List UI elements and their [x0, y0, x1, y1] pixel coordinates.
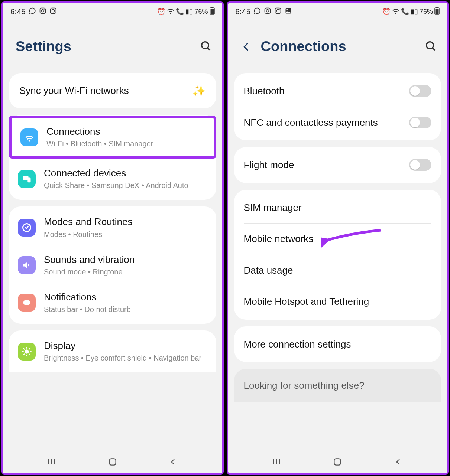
row-notifications[interactable]: Notifications Status bar • Do not distur…	[9, 284, 216, 322]
svg-line-23	[29, 348, 30, 349]
settings-group-2: Modes and Routines Modes • Routines Soun…	[9, 206, 216, 324]
nav-back[interactable]	[394, 457, 403, 466]
svg-rect-44	[334, 459, 341, 465]
row-data-usage[interactable]: Data usage	[234, 255, 441, 286]
nav-back[interactable]	[169, 457, 178, 466]
settings-content: Sync your Wi-Fi networks ✨ Connections W…	[3, 73, 222, 451]
row-sub: Brightness • Eye comfort shield • Naviga…	[44, 353, 207, 363]
svg-point-32	[277, 9, 279, 12]
sync-wifi-promo[interactable]: Sync your Wi-Fi networks ✨	[9, 73, 216, 108]
whatsapp-icon	[29, 7, 36, 16]
svg-rect-8	[211, 7, 213, 8]
header: Settings	[3, 20, 222, 73]
wifi-icon	[167, 7, 174, 16]
page-title: Settings	[16, 39, 71, 55]
bluetooth-toggle[interactable]	[409, 85, 431, 97]
signal-icon: ▮▯	[185, 7, 193, 16]
row-connections[interactable]: Connections Wi-Fi • Bluetooth • SIM mana…	[12, 118, 214, 156]
alarm-icon: ⏰	[382, 7, 391, 16]
conn-group-2: Flight mode	[234, 147, 441, 183]
row-sub: Modes • Routines	[44, 229, 207, 239]
settings-group-1: Connections Wi-Fi • Bluetooth • SIM mana…	[9, 115, 216, 200]
row-nfc[interactable]: NFC and contactless payments	[234, 107, 441, 138]
svg-point-2	[44, 9, 45, 9]
svg-rect-38	[436, 7, 438, 8]
row-title: Notifications	[44, 291, 207, 303]
volte-icon: 📞	[401, 7, 409, 16]
alarm-icon: ⏰	[157, 7, 165, 16]
nav-recent[interactable]	[272, 457, 281, 466]
display-icon	[18, 343, 36, 361]
instagram-icon	[264, 7, 271, 16]
row-sub: Wi-Fi • Bluetooth • SIM manager	[46, 139, 205, 149]
header: Connections	[228, 20, 447, 73]
instagram-icon-2	[274, 7, 282, 16]
battery-pct: 76%	[194, 8, 208, 16]
svg-point-5	[55, 9, 55, 9]
svg-point-9	[201, 42, 208, 49]
svg-point-29	[266, 9, 269, 12]
looking-for-card[interactable]: Looking for something else?	[234, 369, 441, 402]
row-title: Bluetooth	[244, 85, 285, 97]
nav-recent[interactable]	[47, 457, 56, 466]
svg-rect-27	[109, 459, 116, 465]
row-sub: Sound mode • Ringtone	[44, 267, 207, 277]
sound-icon	[18, 256, 36, 274]
flight-mode-toggle[interactable]	[409, 159, 431, 171]
page-title: Connections	[261, 39, 346, 55]
sparkle-icon: ✨	[192, 84, 206, 97]
devices-icon	[18, 170, 36, 188]
settings-screen: 6:45 ⏰ 📞 ▮▯ 76% Settings	[1, 1, 224, 475]
signal-icon: ▮▯	[411, 7, 418, 16]
svg-line-22	[24, 354, 25, 355]
svg-point-15	[25, 349, 29, 354]
routines-icon	[18, 219, 36, 237]
status-bar: 6:45 ⏰ 📞 ▮▯ 76%	[3, 3, 222, 20]
row-title: More connection settings	[244, 338, 351, 351]
row-title: Mobile networks	[244, 233, 314, 245]
row-title: Modes and Routines	[44, 216, 207, 228]
row-display[interactable]: Display Brightness • Eye comfort shield …	[9, 333, 216, 370]
svg-line-40	[433, 48, 435, 50]
search-button[interactable]	[425, 40, 437, 53]
row-more-settings[interactable]: More connection settings	[234, 329, 441, 360]
row-mobile-networks[interactable]: Mobile networks	[234, 223, 441, 255]
row-title: Connections	[46, 126, 205, 137]
wifi-icon-tile	[20, 128, 38, 146]
nav-bar	[228, 451, 447, 473]
row-sub: Status bar • Do not disturb	[44, 304, 207, 314]
connections-highlight: Connections Wi-Fi • Bluetooth • SIM mana…	[9, 116, 216, 159]
row-title: Flight mode	[244, 159, 294, 171]
back-button[interactable]	[241, 42, 252, 52]
image-icon	[285, 7, 292, 16]
row-bluetooth[interactable]: Bluetooth	[234, 75, 441, 107]
svg-rect-12	[27, 177, 30, 182]
svg-rect-7	[210, 9, 214, 14]
battery-icon	[210, 7, 215, 17]
nav-home[interactable]	[333, 457, 342, 467]
nfc-toggle[interactable]	[409, 117, 431, 128]
row-sounds[interactable]: Sounds and vibration Sound mode • Ringto…	[9, 247, 216, 284]
svg-point-1	[42, 9, 44, 12]
row-flight-mode[interactable]: Flight mode	[234, 149, 441, 181]
row-connected-devices[interactable]: Connected devices Quick Share • Samsung …	[9, 160, 216, 198]
settings-group-3: Display Brightness • Eye comfort shield …	[9, 330, 216, 372]
svg-rect-14	[23, 300, 30, 305]
connections-screen: 6:45 ⏰ 📞 ▮▯ 76%	[227, 1, 449, 475]
svg-point-39	[427, 42, 434, 49]
nav-home[interactable]	[108, 457, 117, 467]
row-title: NFC and contactless payments	[244, 117, 378, 129]
battery-pct: 76%	[420, 8, 433, 16]
conn-group-1: Bluetooth NFC and contactless payments	[234, 73, 441, 140]
row-title: Data usage	[244, 264, 293, 277]
row-sim-manager[interactable]: SIM manager	[234, 192, 441, 224]
row-title: Display	[44, 340, 207, 352]
svg-rect-37	[436, 9, 439, 14]
row-title: Connected devices	[44, 167, 207, 179]
row-modes[interactable]: Modes and Routines Modes • Routines	[9, 209, 216, 246]
row-title: SIM manager	[244, 202, 302, 214]
promo-text: Sync your Wi-Fi networks	[19, 85, 129, 97]
search-button[interactable]	[200, 40, 212, 53]
row-hotspot[interactable]: Mobile Hotspot and Tethering	[234, 286, 441, 317]
svg-point-35	[286, 9, 288, 10]
